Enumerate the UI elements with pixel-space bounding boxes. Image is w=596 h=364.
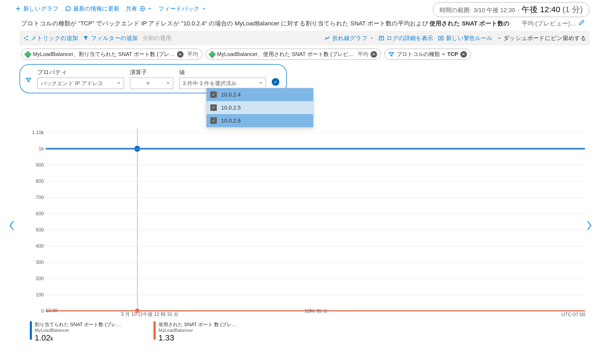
x-axis-tick: 12時 35 分 — [304, 308, 328, 314]
legend-item[interactable]: 割り当てられた SNAT ポート数 (プレ… MyLoadBalancer 1.… — [30, 321, 121, 342]
chart-title-main: プロトコルの種類が "TCP" でバックエンド IP アドレスが "10.0.2… — [21, 19, 428, 28]
chart-grid — [45, 133, 585, 311]
chevron-down-icon — [202, 6, 206, 11]
dropdown-option-label: 10.0.2.4 — [221, 92, 241, 98]
filter-chip-val: TCP — [447, 51, 458, 57]
x-axis-tick: 12:30 — [45, 308, 58, 317]
checkbox-checked-icon: ✓ — [210, 104, 217, 111]
chart-area[interactable]: 01002003004005006007008009001k1.10k 12:3… — [30, 133, 585, 342]
legend-item[interactable]: 使用された SNAT ポート 数 (プレ… MyLoadBalancer 1.3… — [153, 321, 236, 342]
filter-editor: プロパティ バックエンド IP アドレス 演算子 = 値 3 件中 3 件を選択… — [19, 64, 287, 93]
apply-filter-button[interactable]: ✓ — [272, 78, 279, 86]
timezone-label: UTC-07:00 — [561, 312, 585, 317]
time-range-start: 3/10 午後 12:30 — [473, 6, 515, 14]
funnel-icon — [25, 77, 31, 84]
add-filter-button[interactable]: フィルターの追加 — [83, 34, 138, 42]
filter-property-col: プロパティ バックエンド IP アドレス — [37, 68, 124, 89]
new-alert-button[interactable]: 新しい警告ルール — [438, 34, 493, 42]
checkbox-checked-icon: ✓ — [210, 91, 217, 98]
time-range-end: 午後 12:40 — [522, 4, 560, 15]
filter-property-select[interactable]: バックエンド IP アドレス — [37, 78, 124, 89]
logs-icon — [378, 35, 384, 41]
filter-value-col: 値 3 件中 3 件を選択済み — [179, 68, 266, 89]
filter-chip-op: = — [442, 51, 445, 57]
next-chart-button[interactable] — [585, 219, 593, 232]
apply-split-button[interactable]: 分割の適用 — [143, 34, 171, 42]
time-range-sep: - — [517, 7, 519, 14]
chips-row: MyLoadBalancer、割り当てられた SNAT ポート数 (プレ… ✕ … — [21, 49, 590, 60]
chevron-down-icon — [258, 80, 263, 87]
chart-type-button[interactable]: 折れ線グラフ — [324, 34, 374, 42]
metric-chip-used[interactable]: MyLoadBalancer、使用された SNAT ポート数 (プレビ… 平均 … — [205, 49, 381, 60]
time-range-picker[interactable]: 時間の範囲: 3/10 午後 12:30 - 午後 12:40 (1 分) — [433, 2, 590, 17]
remove-chip-icon[interactable]: ✕ — [371, 51, 377, 58]
funnel-icon — [83, 35, 89, 41]
share-button[interactable]: 共有 — [126, 5, 152, 12]
chevron-down-icon — [117, 80, 121, 87]
prev-chart-button[interactable] — [8, 219, 16, 232]
chevron-down-icon — [370, 36, 374, 40]
filter-property-value: バックエンド IP アドレス — [41, 80, 103, 87]
filter-operator-label: 演算子 — [130, 68, 173, 76]
time-range-duration: (1 分) — [562, 4, 583, 15]
line-chart-icon — [324, 35, 330, 41]
edit-title-icon[interactable] — [579, 19, 585, 27]
pin-dashboard-label: ダッシュボードにピン留めする — [503, 34, 586, 42]
y-axis: 01002003004005006007008009001k1.10k — [30, 133, 45, 311]
dropdown-option-label: 10.0.2.6 — [221, 118, 241, 124]
filter-value-select[interactable]: 3 件中 3 件を選択済み — [179, 78, 266, 89]
refresh-label: 最新の情報に更新 — [73, 5, 119, 12]
chevron-down-icon — [166, 80, 170, 87]
metric-diamond-icon — [208, 50, 216, 58]
add-metric-label: メトリックの追加 — [31, 34, 78, 42]
legend-value: 1.33 — [158, 333, 236, 342]
metric-chip-agg: 平均 — [358, 51, 368, 58]
chart-title-row: プロトコルの種類が "TCP" でバックエンド IP アドレスが "10.0.2… — [0, 17, 596, 30]
checkbox-checked-icon: ✓ — [210, 117, 217, 124]
add-metric-button[interactable]: メトリックの追加 — [23, 34, 78, 42]
chart-cursor-line — [137, 128, 138, 311]
chart-type-label: 折れ線グラフ — [332, 34, 368, 42]
filter-operator-select[interactable]: = — [130, 78, 173, 89]
filter-chip-protocol[interactable]: プロトコルの種類 = TCP ✕ — [384, 49, 471, 60]
legend-resource: MyLoadBalancer — [158, 328, 236, 333]
chart-title-agg: 平均 (プレビュー)… — [522, 19, 576, 28]
legend-series-name: 割り当てられた SNAT ポート数 (プレ… — [35, 321, 121, 328]
dropdown-option-label: 10.0.2.5 — [221, 105, 241, 111]
top-toolbar: 新しいグラフ 最新の情報に更新 共有 フィードバック 時間の範囲: 3/10 午… — [0, 0, 596, 17]
apply-split-label: 分割の適用 — [143, 34, 171, 42]
chevron-down-icon — [497, 36, 501, 40]
refresh-icon — [65, 6, 71, 12]
drill-logs-label: ログの詳細を表示 — [387, 34, 433, 42]
chart-legend: 割り当てられた SNAT ポート数 (プレ… MyLoadBalancer 1.… — [30, 321, 237, 342]
metric-chip-label: MyLoadBalancer、割り当てられた SNAT ポート数 (プレ… — [33, 51, 175, 58]
feedback-label: フィードバック — [158, 5, 200, 12]
metric-chip-allocated[interactable]: MyLoadBalancer、割り当てられた SNAT ポート数 (プレ… ✕ … — [21, 49, 202, 60]
new-chart-button[interactable]: 新しいグラフ — [15, 5, 59, 12]
drill-logs-button[interactable]: ログの詳細を表示 — [378, 34, 433, 42]
chart-toolbar: メトリックの追加 フィルターの追加 分割の適用 折れ線グラフ ログの詳細を表示 … — [19, 31, 590, 45]
filter-operator-col: 演算子 = — [130, 68, 173, 89]
new-chart-label: 新しいグラフ — [23, 5, 59, 12]
legend-series-name: 使用された SNAT ポート 数 (プレ… — [158, 321, 236, 328]
feedback-button[interactable]: フィードバック — [158, 5, 206, 12]
legend-color-bar — [30, 321, 32, 340]
sparkle-add-icon — [23, 35, 29, 41]
filter-value-value: 3 件中 3 件を選択済み — [183, 80, 237, 87]
pin-dashboard-button[interactable]: ダッシュボードにピン留めする — [497, 34, 586, 42]
metric-chip-label: MyLoadBalancer、使用された SNAT ポート数 (プレビ… — [217, 51, 354, 58]
dropdown-option[interactable]: ✓ 10.0.2.6 — [207, 114, 313, 127]
dropdown-option[interactable]: ✓ 10.0.2.5 — [207, 101, 313, 114]
add-filter-label: フィルターの追加 — [91, 34, 138, 42]
filter-chip-prop: プロトコルの種類 — [397, 51, 440, 58]
metric-diamond-icon — [24, 50, 32, 58]
filter-operator-value: = — [146, 80, 150, 87]
dropdown-option[interactable]: ✓ 10.0.2.4 — [207, 88, 313, 101]
remove-chip-icon[interactable]: ✕ — [460, 51, 467, 58]
refresh-button[interactable]: 最新の情報に更新 — [65, 5, 119, 12]
share-label: 共有 — [126, 5, 137, 12]
legend-value: 1.02k — [35, 333, 121, 342]
cursor-time-label: 3 月 10 日午後 12 時 31 分 — [121, 311, 179, 317]
remove-chip-icon[interactable]: ✕ — [177, 51, 184, 58]
svg-rect-1 — [379, 36, 384, 40]
